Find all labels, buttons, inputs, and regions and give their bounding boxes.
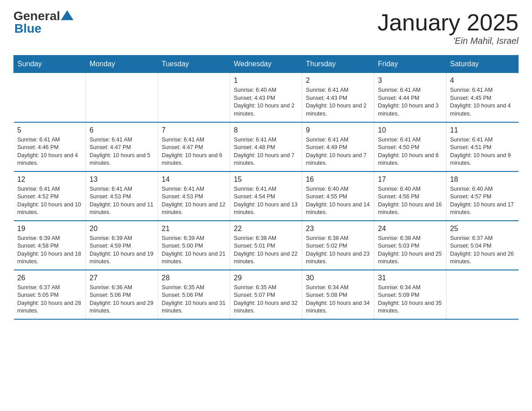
- calendar-subtitle: 'Ein Mahil, Israel: [378, 36, 519, 46]
- day-info: Sunrise: 6:37 AM Sunset: 5:05 PM Dayligh…: [17, 284, 82, 315]
- day-info: Sunrise: 6:41 AM Sunset: 4:50 PM Dayligh…: [378, 136, 442, 167]
- day-info: Sunrise: 6:41 AM Sunset: 4:43 PM Dayligh…: [306, 86, 370, 118]
- day-number: 23: [306, 225, 370, 233]
- day-number: 13: [90, 176, 154, 184]
- day-number: 2: [306, 77, 370, 85]
- day-of-week-header: Friday: [374, 56, 446, 73]
- day-number: 14: [162, 176, 226, 184]
- day-number: 7: [162, 126, 226, 134]
- calendar-cell: 18Sunrise: 6:40 AM Sunset: 4:57 PM Dayli…: [446, 171, 519, 221]
- calendar-cell: [14, 73, 86, 122]
- calendar-cell: 8Sunrise: 6:41 AM Sunset: 4:48 PM Daylig…: [230, 122, 302, 171]
- day-info: Sunrise: 6:34 AM Sunset: 5:09 PM Dayligh…: [378, 284, 442, 315]
- day-of-week-header: Tuesday: [158, 56, 230, 73]
- day-info: Sunrise: 6:41 AM Sunset: 4:46 PM Dayligh…: [17, 136, 82, 167]
- svg-marker-0: [61, 10, 73, 20]
- calendar-cell: 29Sunrise: 6:35 AM Sunset: 5:07 PM Dayli…: [230, 270, 302, 319]
- calendar-cell: 31Sunrise: 6:34 AM Sunset: 5:09 PM Dayli…: [374, 270, 446, 319]
- calendar-week-row: 26Sunrise: 6:37 AM Sunset: 5:05 PM Dayli…: [14, 270, 519, 319]
- day-info: Sunrise: 6:41 AM Sunset: 4:53 PM Dayligh…: [162, 185, 226, 217]
- calendar-cell: [158, 73, 230, 122]
- day-number: 1: [234, 77, 298, 85]
- calendar-cell: 28Sunrise: 6:35 AM Sunset: 5:06 PM Dayli…: [158, 270, 230, 319]
- day-info: Sunrise: 6:39 AM Sunset: 5:00 PM Dayligh…: [162, 235, 226, 266]
- day-number: 20: [90, 225, 154, 233]
- calendar-cell: 14Sunrise: 6:41 AM Sunset: 4:53 PM Dayli…: [158, 171, 230, 221]
- day-number: 31: [378, 274, 442, 282]
- day-info: Sunrise: 6:35 AM Sunset: 5:06 PM Dayligh…: [162, 284, 226, 315]
- day-number: 12: [17, 176, 82, 184]
- calendar-cell: 2Sunrise: 6:41 AM Sunset: 4:43 PM Daylig…: [302, 73, 374, 122]
- day-number: 17: [378, 176, 442, 184]
- day-info: Sunrise: 6:39 AM Sunset: 4:59 PM Dayligh…: [90, 235, 154, 266]
- day-info: Sunrise: 6:41 AM Sunset: 4:47 PM Dayligh…: [90, 136, 154, 167]
- day-info: Sunrise: 6:41 AM Sunset: 4:45 PM Dayligh…: [450, 86, 515, 118]
- calendar-week-row: 1Sunrise: 6:40 AM Sunset: 4:43 PM Daylig…: [14, 73, 519, 122]
- calendar-cell: 15Sunrise: 6:41 AM Sunset: 4:54 PM Dayli…: [230, 171, 302, 221]
- day-number: 15: [234, 176, 298, 184]
- day-info: Sunrise: 6:40 AM Sunset: 4:56 PM Dayligh…: [378, 185, 442, 217]
- day-number: 9: [306, 126, 370, 134]
- calendar-cell: 22Sunrise: 6:38 AM Sunset: 5:01 PM Dayli…: [230, 221, 302, 270]
- calendar-cell: 10Sunrise: 6:41 AM Sunset: 4:50 PM Dayli…: [374, 122, 446, 171]
- day-number: 26: [17, 274, 82, 282]
- calendar-cell: 5Sunrise: 6:41 AM Sunset: 4:46 PM Daylig…: [14, 122, 86, 171]
- day-number: 24: [378, 225, 442, 233]
- logo-blue-text: Blue: [14, 21, 42, 36]
- calendar-cell: 6Sunrise: 6:41 AM Sunset: 4:47 PM Daylig…: [86, 122, 158, 171]
- day-info: Sunrise: 6:34 AM Sunset: 5:08 PM Dayligh…: [306, 284, 370, 315]
- day-number: 19: [17, 225, 82, 233]
- page-header: General Blue January 2025 'Ein Mahil, Is…: [13, 9, 519, 46]
- day-number: 25: [450, 225, 515, 233]
- calendar-cell: [86, 73, 158, 122]
- day-info: Sunrise: 6:41 AM Sunset: 4:48 PM Dayligh…: [234, 136, 298, 167]
- day-number: 28: [162, 274, 226, 282]
- calendar-cell: 12Sunrise: 6:41 AM Sunset: 4:52 PM Dayli…: [14, 171, 86, 221]
- calendar-cell: [446, 270, 519, 319]
- day-number: 21: [162, 225, 226, 233]
- day-info: Sunrise: 6:41 AM Sunset: 4:54 PM Dayligh…: [234, 185, 298, 217]
- day-number: 6: [90, 126, 154, 134]
- day-of-week-header: Monday: [86, 56, 158, 73]
- day-of-week-header: Saturday: [446, 56, 519, 73]
- calendar-title: January 2025: [378, 9, 519, 36]
- calendar-title-area: January 2025 'Ein Mahil, Israel: [378, 9, 519, 46]
- calendar-week-row: 19Sunrise: 6:39 AM Sunset: 4:58 PM Dayli…: [14, 221, 519, 270]
- calendar-header-row: SundayMondayTuesdayWednesdayThursdayFrid…: [14, 56, 519, 73]
- calendar-week-row: 12Sunrise: 6:41 AM Sunset: 4:52 PM Dayli…: [14, 171, 519, 221]
- calendar-table: SundayMondayTuesdayWednesdayThursdayFrid…: [13, 55, 519, 320]
- day-info: Sunrise: 6:41 AM Sunset: 4:44 PM Dayligh…: [378, 86, 442, 118]
- day-info: Sunrise: 6:41 AM Sunset: 4:51 PM Dayligh…: [450, 136, 515, 167]
- calendar-cell: 20Sunrise: 6:39 AM Sunset: 4:59 PM Dayli…: [86, 221, 158, 270]
- day-number: 10: [378, 126, 442, 134]
- calendar-cell: 23Sunrise: 6:38 AM Sunset: 5:02 PM Dayli…: [302, 221, 374, 270]
- calendar-cell: 25Sunrise: 6:37 AM Sunset: 5:04 PM Dayli…: [446, 221, 519, 270]
- day-info: Sunrise: 6:37 AM Sunset: 5:04 PM Dayligh…: [450, 235, 515, 266]
- day-number: 4: [450, 77, 515, 85]
- day-of-week-header: Thursday: [302, 56, 374, 73]
- day-info: Sunrise: 6:41 AM Sunset: 4:47 PM Dayligh…: [162, 136, 226, 167]
- day-number: 3: [378, 77, 442, 85]
- day-number: 30: [306, 274, 370, 282]
- day-number: 29: [234, 274, 298, 282]
- day-number: 22: [234, 225, 298, 233]
- day-info: Sunrise: 6:38 AM Sunset: 5:03 PM Dayligh…: [378, 235, 442, 266]
- calendar-cell: 9Sunrise: 6:41 AM Sunset: 4:49 PM Daylig…: [302, 122, 374, 171]
- calendar-cell: 4Sunrise: 6:41 AM Sunset: 4:45 PM Daylig…: [446, 73, 519, 122]
- day-number: 8: [234, 126, 298, 134]
- calendar-cell: 3Sunrise: 6:41 AM Sunset: 4:44 PM Daylig…: [374, 73, 446, 122]
- day-number: 16: [306, 176, 370, 184]
- day-info: Sunrise: 6:40 AM Sunset: 4:57 PM Dayligh…: [450, 185, 515, 217]
- day-info: Sunrise: 6:39 AM Sunset: 4:58 PM Dayligh…: [17, 235, 82, 266]
- day-number: 27: [90, 274, 154, 282]
- calendar-cell: 30Sunrise: 6:34 AM Sunset: 5:08 PM Dayli…: [302, 270, 374, 319]
- day-number: 5: [17, 126, 82, 134]
- calendar-cell: 19Sunrise: 6:39 AM Sunset: 4:58 PM Dayli…: [14, 221, 86, 270]
- day-info: Sunrise: 6:41 AM Sunset: 4:52 PM Dayligh…: [17, 185, 82, 217]
- day-number: 18: [450, 176, 515, 184]
- day-info: Sunrise: 6:38 AM Sunset: 5:01 PM Dayligh…: [234, 235, 298, 266]
- day-info: Sunrise: 6:36 AM Sunset: 5:06 PM Dayligh…: [90, 284, 154, 315]
- day-of-week-header: Sunday: [14, 56, 86, 73]
- calendar-cell: 21Sunrise: 6:39 AM Sunset: 5:00 PM Dayli…: [158, 221, 230, 270]
- calendar-cell: 26Sunrise: 6:37 AM Sunset: 5:05 PM Dayli…: [14, 270, 86, 319]
